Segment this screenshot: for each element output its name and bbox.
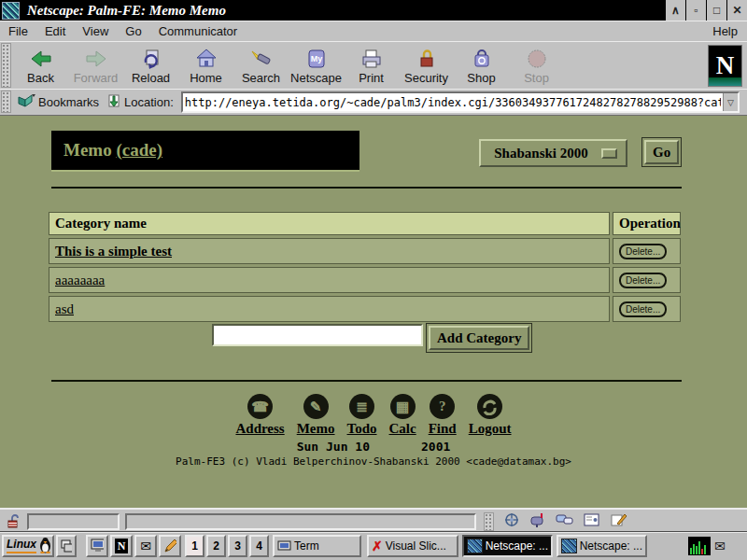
pencil-icon [163,539,176,553]
netscape-button[interactable]: My Netscape [289,42,344,89]
logout-link[interactable]: Logout [469,421,512,436]
back-icon [30,48,52,70]
search-button[interactable]: Search [233,42,289,89]
page-footer: ☎ Address ✎ Memo ≣ Todo ▦ Calc ? Find [0,394,747,468]
navigator-wheel-icon[interactable] [503,512,520,531]
mailbox-icon[interactable] [529,512,546,531]
print-icon [360,48,383,70]
add-category-ring: Add Category [426,323,532,353]
category-link[interactable]: This is a simple test [55,244,172,259]
mail-envelope-icon: ✉ [140,539,151,553]
maximize-button[interactable]: □ [706,0,726,21]
url-input[interactable] [183,93,723,111]
menu-edit[interactable]: Edit [36,24,74,38]
bookmarks-label[interactable]: Bookmarks [38,95,99,109]
todo-link[interactable]: Todo [347,421,377,436]
back-button[interactable]: Back [13,42,68,89]
biff-mail-icon[interactable]: ✉ [714,539,726,553]
terminal-launcher[interactable] [86,535,108,557]
horizontal-rule-bottom [51,380,682,382]
delete-button[interactable]: Delete... [619,244,667,259]
pager-desktop-1[interactable]: 1 [185,535,204,557]
add-category-button[interactable]: Add Category [429,326,529,350]
memo-link[interactable]: Memo [297,421,335,436]
toolbar-grip[interactable] [1,43,11,88]
new-category-input[interactable] [212,324,423,346]
nav-memo[interactable]: ✎ Memo [297,394,335,437]
menu-help[interactable]: Help [703,24,747,38]
nav-address[interactable]: ☎ Address [235,394,284,437]
col-category-name: Category name [49,212,610,235]
date-left: Sun Jun 10 [297,440,370,454]
nav-todo[interactable]: ≣ Todo [347,394,377,437]
delete-button[interactable]: Delete... [619,301,667,317]
reload-button[interactable]: Reload [123,42,178,89]
calc-link[interactable]: Calc [389,421,416,436]
cade-link[interactable]: (cade) [116,140,162,161]
close-button[interactable]: ✕ [726,0,747,21]
table-row: aaaaaaaa Delete... [49,267,681,293]
start-menu-button[interactable]: Linux [2,535,54,557]
todo-list-icon: ≣ [349,394,374,419]
category-link[interactable]: asd [55,301,74,317]
option-menu-indicator [601,148,617,159]
nav-logout[interactable]: Logout [469,394,512,437]
pager-desktop-2[interactable]: 2 [206,535,226,557]
component-bar [503,512,627,531]
location-bar: Bookmarks Location: ▽ [0,89,747,117]
locationbar-grip[interactable] [1,91,11,113]
address-book-icon[interactable] [584,512,600,531]
status-message-area [125,513,476,530]
stop-icon [526,48,548,70]
print-button[interactable]: Print [344,42,399,89]
editor-launcher[interactable] [159,535,181,557]
account-select-value: Shabanski 2000 [481,146,601,161]
window-list-button[interactable] [56,535,77,557]
discussions-icon[interactable] [556,512,574,531]
url-history-dropdown[interactable]: ▽ [723,93,738,111]
menu-bar: File Edit View Go Communicator Help [0,21,747,42]
address-link[interactable]: Address [235,421,284,436]
netscape-launcher[interactable]: N [110,535,133,557]
security-button[interactable]: Security [399,42,454,89]
pager-desktop-4[interactable]: 4 [249,535,269,557]
iconify-button[interactable]: ▫ [685,0,706,21]
location-icon [106,93,121,111]
mail-launcher[interactable]: ✉ [134,535,157,557]
go-button[interactable]: Go [644,140,679,164]
category-link[interactable]: aaaaaaaa [55,273,105,288]
window-title: Netscape: Palm-FE: Memo Memo [27,3,665,19]
task-netscape[interactable]: Netscape: ... [557,535,647,557]
pager-desktop-3[interactable]: 3 [228,535,247,557]
menu-go[interactable]: Go [117,24,149,38]
shade-button[interactable]: ∧ [665,0,685,21]
home-button[interactable]: Home [178,42,233,89]
netscape-window: Netscape: Palm-FE: Memo Memo ∧ ▫ □ ✕ Fil… [0,0,747,560]
menu-communicator[interactable]: Communicator [150,24,247,38]
menu-file[interactable]: File [0,24,36,38]
go-button-ring: Go [641,137,682,167]
shop-button[interactable]: Shop [454,42,509,89]
netscape-my-icon: My [305,48,328,70]
col-operation: Operation [613,212,681,235]
account-select[interactable]: Shabanski 2000 [479,139,627,167]
task-term[interactable]: Term [273,535,361,557]
start-label: Linux [7,539,36,553]
find-link[interactable]: Find [429,421,457,436]
nav-find[interactable]: ? Find [429,394,457,437]
nav-calc[interactable]: ▦ Calc [389,394,416,437]
menu-view[interactable]: View [74,24,117,38]
composer-icon[interactable] [610,512,627,531]
netscape-n-icon: N [115,539,128,553]
security-status-icon[interactable] [6,513,21,529]
delete-button[interactable]: Delete... [619,273,667,288]
task-visual-slickedit[interactable]: ✗ Visual Slic... [367,535,458,557]
window-titlebar[interactable]: Netscape: Palm-FE: Memo Memo ∧ ▫ □ ✕ [0,0,747,21]
desktop-taskbar: Linux [0,531,747,560]
footer-nav: ☎ Address ✎ Memo ≣ Todo ▦ Calc ? Find [235,394,511,437]
category-table: Category name Operation This is a simple… [49,212,681,322]
calc-grid-icon: ▦ [390,394,416,419]
component-bar-grip[interactable] [484,512,494,531]
netscape-logo[interactable]: N [708,45,742,87]
task-netscape-active[interactable]: Netscape: ... [462,535,553,557]
